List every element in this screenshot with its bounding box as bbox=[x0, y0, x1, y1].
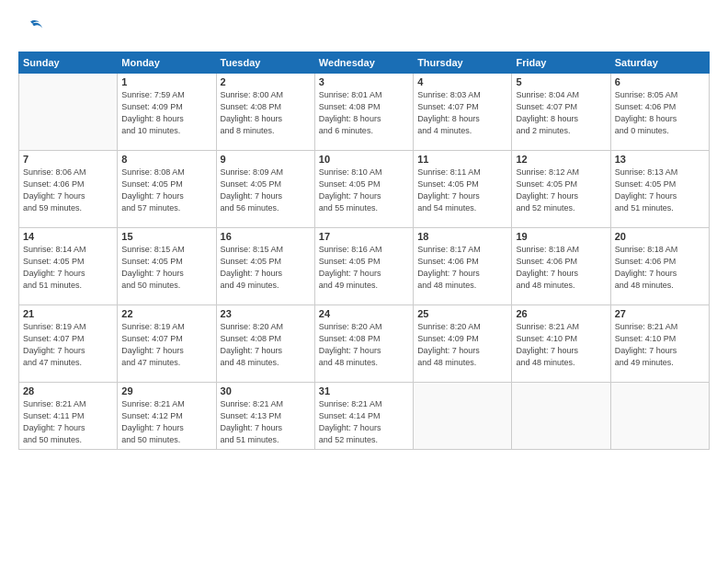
day-number: 13 bbox=[615, 154, 705, 165]
day-info: Sunrise: 8:21 AMSunset: 4:12 PMDaylight:… bbox=[121, 398, 211, 446]
calendar-cell: 8Sunrise: 8:08 AMSunset: 4:05 PMDaylight… bbox=[118, 151, 216, 228]
weekday-header-saturday: Saturday bbox=[610, 52, 709, 74]
day-info: Sunrise: 8:20 AMSunset: 4:09 PMDaylight:… bbox=[417, 321, 507, 369]
calendar-cell bbox=[414, 383, 512, 450]
weekday-header-sunday: Sunday bbox=[19, 52, 118, 74]
calendar-cell: 22Sunrise: 8:19 AMSunset: 4:07 PMDayligh… bbox=[118, 305, 216, 383]
day-number: 31 bbox=[319, 385, 409, 396]
day-info: Sunrise: 8:09 AMSunset: 4:05 PMDaylight:… bbox=[221, 167, 311, 214]
day-number: 29 bbox=[121, 385, 211, 396]
calendar-cell: 14Sunrise: 8:14 AMSunset: 4:05 PMDayligh… bbox=[19, 228, 118, 305]
week-row-4: 21Sunrise: 8:19 AMSunset: 4:07 PMDayligh… bbox=[19, 305, 710, 383]
calendar-cell: 16Sunrise: 8:15 AMSunset: 4:05 PMDayligh… bbox=[216, 228, 314, 305]
logo-icon bbox=[18, 17, 44, 42]
calendar-cell: 30Sunrise: 8:21 AMSunset: 4:13 PMDayligh… bbox=[216, 383, 314, 450]
day-info: Sunrise: 8:21 AMSunset: 4:11 PMDaylight:… bbox=[23, 398, 113, 446]
day-info: Sunrise: 8:18 AMSunset: 4:06 PMDaylight:… bbox=[516, 244, 606, 292]
day-info: Sunrise: 8:14 AMSunset: 4:05 PMDaylight:… bbox=[23, 244, 113, 292]
day-number: 22 bbox=[121, 308, 211, 319]
day-number: 9 bbox=[221, 154, 311, 165]
week-row-1: 1Sunrise: 7:59 AMSunset: 4:09 PMDaylight… bbox=[19, 74, 710, 151]
day-number: 16 bbox=[221, 231, 311, 242]
calendar-cell: 29Sunrise: 8:21 AMSunset: 4:12 PMDayligh… bbox=[118, 383, 216, 450]
day-info: Sunrise: 8:16 AMSunset: 4:05 PMDaylight:… bbox=[319, 244, 409, 292]
day-info: Sunrise: 8:19 AMSunset: 4:07 PMDaylight:… bbox=[23, 321, 113, 369]
day-info: Sunrise: 8:21 AMSunset: 4:14 PMDaylight:… bbox=[319, 398, 409, 446]
calendar-cell bbox=[610, 383, 709, 450]
calendar-cell: 19Sunrise: 8:18 AMSunset: 4:06 PMDayligh… bbox=[512, 228, 610, 305]
calendar-cell: 31Sunrise: 8:21 AMSunset: 4:14 PMDayligh… bbox=[314, 383, 413, 450]
calendar-cell: 4Sunrise: 8:03 AMSunset: 4:07 PMDaylight… bbox=[414, 74, 512, 151]
week-row-2: 7Sunrise: 8:06 AMSunset: 4:06 PMDaylight… bbox=[19, 151, 710, 228]
day-number: 19 bbox=[516, 231, 606, 242]
day-number: 26 bbox=[516, 308, 606, 319]
day-info: Sunrise: 8:06 AMSunset: 4:06 PMDaylight:… bbox=[23, 167, 113, 214]
day-number: 1 bbox=[121, 76, 211, 87]
weekday-header-friday: Friday bbox=[512, 52, 610, 74]
day-number: 17 bbox=[319, 231, 409, 242]
calendar-cell: 1Sunrise: 7:59 AMSunset: 4:09 PMDaylight… bbox=[118, 74, 216, 151]
day-info: Sunrise: 8:20 AMSunset: 4:08 PMDaylight:… bbox=[319, 321, 409, 369]
logo bbox=[18, 17, 46, 42]
calendar-cell: 10Sunrise: 8:10 AMSunset: 4:05 PMDayligh… bbox=[314, 151, 413, 228]
calendar-cell: 12Sunrise: 8:12 AMSunset: 4:05 PMDayligh… bbox=[512, 151, 610, 228]
page: SundayMondayTuesdayWednesdayThursdayFrid… bbox=[0, 0, 728, 563]
day-number: 2 bbox=[221, 76, 311, 87]
calendar-cell: 20Sunrise: 8:18 AMSunset: 4:06 PMDayligh… bbox=[610, 228, 709, 305]
calendar-cell bbox=[512, 383, 610, 450]
day-number: 6 bbox=[615, 76, 705, 87]
day-number: 14 bbox=[23, 231, 113, 242]
calendar-cell: 18Sunrise: 8:17 AMSunset: 4:06 PMDayligh… bbox=[414, 228, 512, 305]
week-row-3: 14Sunrise: 8:14 AMSunset: 4:05 PMDayligh… bbox=[19, 228, 710, 305]
day-number: 7 bbox=[23, 154, 113, 165]
day-number: 5 bbox=[516, 76, 606, 87]
day-info: Sunrise: 8:04 AMSunset: 4:07 PMDaylight:… bbox=[516, 89, 606, 137]
week-row-5: 28Sunrise: 8:21 AMSunset: 4:11 PMDayligh… bbox=[19, 383, 710, 450]
day-info: Sunrise: 8:13 AMSunset: 4:05 PMDaylight:… bbox=[615, 167, 705, 214]
weekday-header-wednesday: Wednesday bbox=[314, 52, 413, 74]
day-number: 23 bbox=[221, 308, 311, 319]
day-info: Sunrise: 8:21 AMSunset: 4:10 PMDaylight:… bbox=[516, 321, 606, 369]
day-number: 4 bbox=[417, 76, 507, 87]
calendar-cell: 25Sunrise: 8:20 AMSunset: 4:09 PMDayligh… bbox=[414, 305, 512, 383]
day-number: 12 bbox=[516, 154, 606, 165]
day-number: 30 bbox=[221, 385, 311, 396]
day-info: Sunrise: 8:10 AMSunset: 4:05 PMDaylight:… bbox=[319, 167, 409, 214]
day-number: 28 bbox=[23, 385, 113, 396]
day-number: 20 bbox=[615, 231, 705, 242]
day-info: Sunrise: 7:59 AMSunset: 4:09 PMDaylight:… bbox=[121, 89, 211, 137]
calendar-cell: 13Sunrise: 8:13 AMSunset: 4:05 PMDayligh… bbox=[610, 151, 709, 228]
calendar-cell: 24Sunrise: 8:20 AMSunset: 4:08 PMDayligh… bbox=[314, 305, 413, 383]
day-info: Sunrise: 8:00 AMSunset: 4:08 PMDaylight:… bbox=[221, 89, 311, 137]
day-info: Sunrise: 8:12 AMSunset: 4:05 PMDaylight:… bbox=[516, 167, 606, 214]
day-info: Sunrise: 8:19 AMSunset: 4:07 PMDaylight:… bbox=[121, 321, 211, 369]
day-number: 21 bbox=[23, 308, 113, 319]
day-info: Sunrise: 8:11 AMSunset: 4:05 PMDaylight:… bbox=[417, 167, 507, 214]
weekday-header-tuesday: Tuesday bbox=[216, 52, 314, 74]
calendar-cell: 23Sunrise: 8:20 AMSunset: 4:08 PMDayligh… bbox=[216, 305, 314, 383]
calendar-cell: 28Sunrise: 8:21 AMSunset: 4:11 PMDayligh… bbox=[19, 383, 118, 450]
day-info: Sunrise: 8:17 AMSunset: 4:06 PMDaylight:… bbox=[417, 244, 507, 292]
day-number: 18 bbox=[417, 231, 507, 242]
calendar-cell: 11Sunrise: 8:11 AMSunset: 4:05 PMDayligh… bbox=[414, 151, 512, 228]
day-info: Sunrise: 8:08 AMSunset: 4:05 PMDaylight:… bbox=[121, 167, 211, 214]
day-info: Sunrise: 8:15 AMSunset: 4:05 PMDaylight:… bbox=[121, 244, 211, 292]
day-info: Sunrise: 8:21 AMSunset: 4:10 PMDaylight:… bbox=[615, 321, 705, 369]
day-info: Sunrise: 8:21 AMSunset: 4:13 PMDaylight:… bbox=[221, 398, 311, 446]
calendar-cell: 21Sunrise: 8:19 AMSunset: 4:07 PMDayligh… bbox=[19, 305, 118, 383]
calendar-cell: 7Sunrise: 8:06 AMSunset: 4:06 PMDaylight… bbox=[19, 151, 118, 228]
calendar-cell: 5Sunrise: 8:04 AMSunset: 4:07 PMDaylight… bbox=[512, 74, 610, 151]
day-number: 24 bbox=[319, 308, 409, 319]
day-number: 8 bbox=[121, 154, 211, 165]
calendar-cell: 9Sunrise: 8:09 AMSunset: 4:05 PMDaylight… bbox=[216, 151, 314, 228]
calendar-cell bbox=[19, 74, 118, 151]
calendar-cell: 27Sunrise: 8:21 AMSunset: 4:10 PMDayligh… bbox=[610, 305, 709, 383]
calendar-cell: 2Sunrise: 8:00 AMSunset: 4:08 PMDaylight… bbox=[216, 74, 314, 151]
calendar: SundayMondayTuesdayWednesdayThursdayFrid… bbox=[18, 52, 710, 450]
day-number: 27 bbox=[615, 308, 705, 319]
day-info: Sunrise: 8:01 AMSunset: 4:08 PMDaylight:… bbox=[319, 89, 409, 137]
day-number: 3 bbox=[319, 76, 409, 87]
day-number: 10 bbox=[319, 154, 409, 165]
day-number: 15 bbox=[121, 231, 211, 242]
calendar-cell: 6Sunrise: 8:05 AMSunset: 4:06 PMDaylight… bbox=[610, 74, 709, 151]
